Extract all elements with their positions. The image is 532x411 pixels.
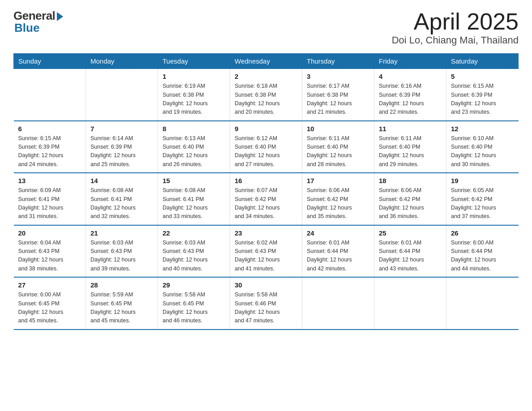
day-number: 13 [18, 177, 82, 184]
calendar-cell: 2Sunrise: 6:18 AMSunset: 6:38 PMDaylight… [230, 69, 302, 121]
day-number: 30 [235, 281, 297, 289]
day-number: 8 [163, 125, 225, 133]
calendar-cell: 7Sunrise: 6:14 AMSunset: 6:39 PMDaylight… [86, 121, 158, 173]
day-number: 12 [451, 125, 514, 133]
day-number: 28 [90, 281, 153, 289]
day-info: Sunrise: 6:18 AMSunset: 6:38 PMDaylight:… [235, 82, 297, 117]
header-saturday: Saturday [446, 54, 519, 69]
calendar-cell: 23Sunrise: 6:02 AMSunset: 6:43 PMDayligh… [230, 225, 302, 278]
header-wednesday: Wednesday [230, 54, 302, 69]
day-number: 20 [18, 229, 82, 237]
calendar-cell [302, 277, 374, 330]
day-number: 19 [451, 177, 514, 184]
header-thursday: Thursday [302, 54, 374, 69]
calendar-week-3: 13Sunrise: 6:09 AMSunset: 6:41 PMDayligh… [14, 173, 519, 225]
calendar-cell: 30Sunrise: 5:58 AMSunset: 6:46 PMDayligh… [230, 277, 302, 330]
day-info: Sunrise: 6:12 AMSunset: 6:40 PMDaylight:… [235, 134, 297, 169]
day-info: Sunrise: 6:17 AMSunset: 6:38 PMDaylight:… [307, 82, 369, 117]
calendar-cell: 8Sunrise: 6:13 AMSunset: 6:40 PMDaylight… [158, 121, 230, 173]
calendar-week-4: 20Sunrise: 6:04 AMSunset: 6:43 PMDayligh… [14, 225, 519, 278]
calendar-week-5: 27Sunrise: 6:00 AMSunset: 6:45 PMDayligh… [14, 277, 519, 330]
day-number: 3 [307, 73, 369, 80]
day-info: Sunrise: 6:15 AMSunset: 6:39 PMDaylight:… [451, 82, 514, 117]
day-number: 7 [90, 125, 153, 133]
calendar-cell: 28Sunrise: 5:59 AMSunset: 6:45 PMDayligh… [86, 277, 158, 330]
day-number: 25 [379, 229, 442, 237]
day-info: Sunrise: 6:11 AMSunset: 6:40 PMDaylight:… [307, 134, 369, 169]
day-number: 15 [163, 177, 225, 184]
day-number: 10 [307, 125, 369, 133]
day-number: 1 [163, 73, 225, 80]
day-number: 14 [90, 177, 153, 184]
day-info: Sunrise: 6:06 AMSunset: 6:42 PMDaylight:… [307, 186, 369, 221]
day-info: Sunrise: 6:08 AMSunset: 6:41 PMDaylight:… [163, 186, 225, 221]
day-number: 11 [379, 125, 442, 133]
day-info: Sunrise: 6:11 AMSunset: 6:40 PMDaylight:… [379, 134, 442, 169]
day-info: Sunrise: 5:59 AMSunset: 6:45 PMDaylight:… [90, 291, 153, 325]
day-number: 18 [379, 177, 442, 184]
day-info: Sunrise: 6:06 AMSunset: 6:42 PMDaylight:… [379, 186, 442, 221]
day-number: 23 [235, 229, 297, 237]
calendar-week-1: 1Sunrise: 6:19 AMSunset: 6:38 PMDaylight… [14, 69, 519, 121]
day-info: Sunrise: 6:01 AMSunset: 6:44 PMDaylight:… [307, 239, 369, 274]
calendar-header-row: SundayMondayTuesdayWednesdayThursdayFrid… [14, 54, 519, 69]
calendar-table: SundayMondayTuesdayWednesdayThursdayFrid… [13, 53, 519, 330]
calendar-cell: 1Sunrise: 6:19 AMSunset: 6:38 PMDaylight… [158, 69, 230, 121]
day-info: Sunrise: 6:10 AMSunset: 6:40 PMDaylight:… [451, 134, 514, 169]
header-tuesday: Tuesday [158, 54, 230, 69]
calendar-cell: 12Sunrise: 6:10 AMSunset: 6:40 PMDayligh… [446, 121, 519, 173]
calendar-cell: 25Sunrise: 6:01 AMSunset: 6:44 PMDayligh… [374, 225, 446, 278]
calendar-cell: 11Sunrise: 6:11 AMSunset: 6:40 PMDayligh… [374, 121, 446, 173]
calendar-cell: 15Sunrise: 6:08 AMSunset: 6:41 PMDayligh… [158, 173, 230, 225]
day-info: Sunrise: 6:19 AMSunset: 6:38 PMDaylight:… [163, 82, 225, 117]
day-info: Sunrise: 6:16 AMSunset: 6:39 PMDaylight:… [379, 82, 442, 117]
calendar-cell [86, 69, 158, 121]
day-number: 22 [163, 229, 225, 237]
day-number: 24 [307, 229, 369, 237]
logo-arrow-icon [57, 12, 63, 21]
day-info: Sunrise: 6:00 AMSunset: 6:44 PMDaylight:… [451, 239, 514, 274]
calendar-cell: 14Sunrise: 6:08 AMSunset: 6:41 PMDayligh… [86, 173, 158, 225]
calendar-cell [374, 277, 446, 330]
day-number: 4 [379, 73, 442, 80]
day-number: 5 [451, 73, 514, 80]
calendar-cell: 19Sunrise: 6:05 AMSunset: 6:42 PMDayligh… [446, 173, 519, 225]
day-info: Sunrise: 6:03 AMSunset: 6:43 PMDaylight:… [163, 239, 225, 274]
calendar-cell: 10Sunrise: 6:11 AMSunset: 6:40 PMDayligh… [302, 121, 374, 173]
page-header: General Blue April 2025 Doi Lo, Chiang M… [13, 9, 519, 46]
calendar-subtitle: Doi Lo, Chiang Mai, Thailand [392, 34, 519, 46]
day-info: Sunrise: 6:08 AMSunset: 6:41 PMDaylight:… [90, 186, 153, 221]
title-area: April 2025 Doi Lo, Chiang Mai, Thailand [392, 9, 519, 46]
header-friday: Friday [374, 54, 446, 69]
calendar-cell: 17Sunrise: 6:06 AMSunset: 6:42 PMDayligh… [302, 173, 374, 225]
day-info: Sunrise: 5:58 AMSunset: 6:45 PMDaylight:… [163, 291, 225, 325]
day-number: 6 [18, 125, 82, 133]
day-info: Sunrise: 6:05 AMSunset: 6:42 PMDaylight:… [451, 186, 514, 221]
header-monday: Monday [86, 54, 158, 69]
calendar-cell: 22Sunrise: 6:03 AMSunset: 6:43 PMDayligh… [158, 225, 230, 278]
day-number: 21 [90, 229, 153, 237]
day-number: 27 [18, 281, 82, 289]
day-info: Sunrise: 6:02 AMSunset: 6:43 PMDaylight:… [235, 239, 297, 274]
day-info: Sunrise: 6:13 AMSunset: 6:40 PMDaylight:… [163, 134, 225, 169]
day-info: Sunrise: 6:01 AMSunset: 6:44 PMDaylight:… [379, 239, 442, 274]
day-number: 16 [235, 177, 297, 184]
calendar-title: April 2025 [392, 9, 519, 34]
day-info: Sunrise: 6:03 AMSunset: 6:43 PMDaylight:… [90, 239, 153, 274]
calendar-cell: 3Sunrise: 6:17 AMSunset: 6:38 PMDaylight… [302, 69, 374, 121]
day-info: Sunrise: 6:00 AMSunset: 6:45 PMDaylight:… [18, 291, 82, 325]
calendar-cell: 6Sunrise: 6:15 AMSunset: 6:39 PMDaylight… [14, 121, 86, 173]
calendar-cell: 4Sunrise: 6:16 AMSunset: 6:39 PMDaylight… [374, 69, 446, 121]
day-info: Sunrise: 6:09 AMSunset: 6:41 PMDaylight:… [18, 186, 82, 221]
day-number: 17 [307, 177, 369, 184]
calendar-cell [14, 69, 86, 121]
calendar-cell: 5Sunrise: 6:15 AMSunset: 6:39 PMDaylight… [446, 69, 519, 121]
day-info: Sunrise: 6:15 AMSunset: 6:39 PMDaylight:… [18, 134, 82, 169]
day-number: 29 [163, 281, 225, 289]
calendar-cell: 26Sunrise: 6:00 AMSunset: 6:44 PMDayligh… [446, 225, 519, 278]
day-number: 26 [451, 229, 514, 237]
header-sunday: Sunday [14, 54, 86, 69]
calendar-week-2: 6Sunrise: 6:15 AMSunset: 6:39 PMDaylight… [14, 121, 519, 173]
day-info: Sunrise: 5:58 AMSunset: 6:46 PMDaylight:… [235, 291, 297, 325]
calendar-cell: 27Sunrise: 6:00 AMSunset: 6:45 PMDayligh… [14, 277, 86, 330]
